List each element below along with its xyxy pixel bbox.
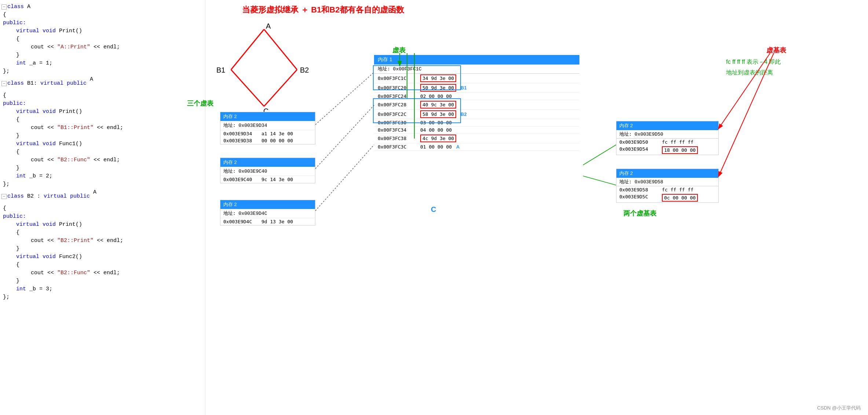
code-line: virtual void Func2() <box>0 253 205 261</box>
svg-line-14 <box>583 176 616 185</box>
svg-text:B2: B2 <box>300 66 309 74</box>
code-line: { <box>0 229 205 237</box>
csdn-watermark: CSDN @小王学代码 <box>817 405 861 411</box>
code-line: virtual void Print() <box>0 27 205 35</box>
mem-row-8: 0x00F3FC3C 01 00 00 00 A <box>374 143 579 151</box>
code-line: −class A <box>0 3 205 11</box>
code-line: public: <box>0 100 205 108</box>
code-panel: −class A { public: virtual void Print() … <box>0 0 205 415</box>
two-vjt-label: 两个虚基表 <box>623 209 656 218</box>
svg-line-15 <box>315 72 374 125</box>
code-line: { <box>0 205 205 213</box>
collapse-btn[interactable]: − <box>1 194 7 199</box>
code-line: public: <box>0 19 205 27</box>
code-line: cout << "A::Print" << endl; <box>0 43 205 51</box>
main-memory-table: 内存 1 地址: 0x00F3FC1C 0x00F3FC1C 34 9d 3e … <box>374 55 579 151</box>
page-title: 当菱形虚拟继承 ＋ B1和B2都有各自的虚函数 <box>242 4 404 15</box>
mem-row-7: 0x00F3FC38 4c 9d 3e 00 <box>374 134 579 143</box>
mem-box-center-2: 内存 2 地址: 0x003E9C40 0x003E9C409c 14 3e 0… <box>220 158 315 183</box>
code-line: }; <box>0 180 205 188</box>
code-line: cout << "B2::Print" << endl; <box>0 237 205 245</box>
mem-box-row: 0x003E9D4C9d 13 3e 00 <box>220 218 315 225</box>
mem-row-5: 0x00F3FC30 03 00 00 00 <box>374 119 579 126</box>
mem-box-center-3: 内存 2 地址: 0x003E9D4C 0x003E9D4C9d 13 3e 0… <box>220 200 315 225</box>
right-mem-box-1: 内存 2 地址: 0x003E9D50 0x003E9D50fc ff ff f… <box>616 121 719 155</box>
code-line: cout << "B1::Print" << endl; <box>0 124 205 132</box>
mem-box-title: 内存 2 <box>220 158 315 167</box>
mem-box-title: 内存 2 <box>220 200 315 209</box>
code-line: −class B1: virtual public A <box>0 76 205 92</box>
code-line: { <box>0 261 205 269</box>
code-line: cout << "B2::Func" << endl; <box>0 156 205 164</box>
mem-row-4: 0x00F3FC2C 58 9d 3e 00 B2 <box>374 110 579 119</box>
code-line: public: <box>0 213 205 221</box>
code-line: virtual void Print() <box>0 221 205 229</box>
right-mem-row-1a: 0x003E9D50fc ff ff ff <box>616 139 718 146</box>
code-line: } <box>0 132 205 140</box>
code-line: int _a = 1; <box>0 59 205 67</box>
fc-note: fc ff ff ff 表示－4 即此 地址到虚表的距离 <box>726 57 781 78</box>
mem-box-row: 0x003E9D3800 00 00 00 <box>220 137 315 144</box>
right-mem-row-2a: 0x003E9D58fc ff ff ff <box>616 186 718 193</box>
svg-line-13 <box>583 145 616 165</box>
mem-box-title: 内存 2 <box>220 112 315 121</box>
code-line: int _b = 3; <box>0 285 205 293</box>
right-mem-box-2: 内存 2 地址: 0x003E9D58 0x003E9D58fc ff ff f… <box>616 169 719 203</box>
mem-box-center-1: 内存 2 地址: 0x003E9D34 0x003E9D34a1 14 3e 0… <box>220 112 315 144</box>
mem-row-3: 0x00F3FC28 40 9c 3e 00 <box>374 100 579 110</box>
code-line: } <box>0 245 205 253</box>
svg-text:B1: B1 <box>216 66 225 74</box>
mem-box-addr: 地址: 0x003E9C40 <box>220 167 315 176</box>
svg-line-0 <box>231 29 264 70</box>
svg-line-3 <box>264 70 297 106</box>
code-line: { <box>0 92 205 100</box>
code-line: { <box>0 35 205 43</box>
code-line: } <box>0 164 205 172</box>
collapse-btn[interactable]: − <box>1 4 7 10</box>
code-line: } <box>0 51 205 59</box>
vjt-label: 虚基表 <box>766 46 786 55</box>
mem-box-addr: 地址: 0x003E9D34 <box>220 121 315 130</box>
diamond-diagram: A B1 B2 C <box>209 22 319 114</box>
svg-line-2 <box>231 70 264 106</box>
main-mem-addr: 地址: 0x00F3FC1C <box>374 65 579 74</box>
mem-row-0: 0x00F3FC1C 34 9d 3e 00 <box>374 74 579 83</box>
code-line: virtual void Print() <box>0 108 205 116</box>
c-label: C <box>431 205 436 214</box>
svg-line-17 <box>315 145 374 211</box>
mem-box-row: 0x003E9D34a1 14 3e 00 <box>220 130 315 137</box>
right-mem-addr-1: 地址: 0x003E9D50 <box>616 130 718 139</box>
right-mem-title-2: 内存 2 <box>616 169 718 178</box>
code-line: }; <box>0 293 205 301</box>
right-mem-title-1: 内存 2 <box>616 121 718 130</box>
code-line: virtual void Func1() <box>0 140 205 148</box>
code-line: { <box>0 11 205 19</box>
svg-text:A: A <box>266 22 271 30</box>
right-mem-addr-2: 地址: 0x003E9D58 <box>616 178 718 186</box>
code-line: { <box>0 148 205 156</box>
mem-row-1: 0x00F3FC20 50 9d 3e 00 B1 <box>374 83 579 93</box>
main-mem-title: 内存 1 <box>374 55 579 65</box>
vt-label: 虚表 <box>392 46 406 55</box>
right-mem-row-2b: 0x003E9D5C0c 00 00 00 <box>616 193 718 202</box>
svg-line-16 <box>315 105 374 169</box>
svg-line-1 <box>264 29 297 70</box>
right-mem-row-1b: 0x003E9D5418 00 00 00 <box>616 146 718 155</box>
code-line: cout << "B2::Func" << endl; <box>0 269 205 277</box>
mem-box-addr: 地址: 0x003E9D4C <box>220 209 315 218</box>
collapse-btn[interactable]: − <box>1 81 7 86</box>
code-line: }; <box>0 67 205 76</box>
mem-row-2: 0x00F3FC24 02 00 00 00 <box>374 93 579 100</box>
code-line: } <box>0 277 205 285</box>
mem-row-6: 0x00F3FC34 04 00 00 00 <box>374 126 579 134</box>
code-line: −class B2 : virtual public A <box>0 188 205 205</box>
code-line: { <box>0 116 205 124</box>
mem-box-row: 0x003E9C409c 14 3e 00 <box>220 176 315 183</box>
san-vtable-label: 三个虚表 <box>187 99 213 108</box>
code-line: int _b = 2; <box>0 172 205 180</box>
